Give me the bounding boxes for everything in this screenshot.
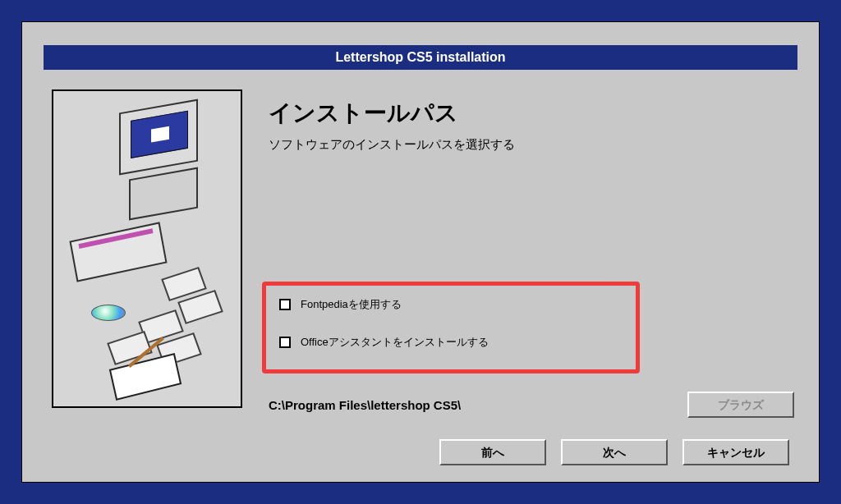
- titlebar-text: Lettershop CS5 installation: [335, 50, 505, 64]
- printer-icon: [69, 222, 167, 282]
- cancel-button[interactable]: キャンセル: [682, 439, 789, 465]
- page-subheading: ソフトウェアのインストールパスを選択する: [269, 137, 794, 153]
- checkbox-icon[interactable]: [279, 299, 291, 310]
- cd-icon: [91, 305, 126, 321]
- option-office-assistant[interactable]: Officeアシスタントをインストールする: [279, 335, 623, 350]
- sidebar-illustration: [52, 89, 242, 408]
- wizard-button-bar: 前へ 次へ キャンセル: [439, 439, 789, 465]
- monitor-icon: [119, 99, 198, 176]
- option-office-assistant-label: Officeアシスタントをインストールする: [301, 335, 489, 350]
- monitor-window-icon: [151, 126, 169, 143]
- back-button[interactable]: 前へ: [439, 439, 546, 465]
- monitor-screen-icon: [131, 111, 188, 158]
- install-path-row: C:\Program Files\lettershop CS5\ ブラウズ: [269, 392, 794, 418]
- option-fontpedia[interactable]: Fontpediaを使用する: [279, 297, 623, 312]
- option-fontpedia-label: Fontpediaを使用する: [301, 297, 402, 312]
- printer-stripe-icon: [78, 228, 153, 249]
- titlebar: Lettershop CS5 installation: [44, 45, 797, 70]
- pc-base-icon: [129, 167, 198, 221]
- content-area: インストールパス ソフトウェアのインストールパスを選択する: [269, 98, 794, 177]
- page-heading: インストールパス: [269, 98, 794, 129]
- checkbox-icon[interactable]: [279, 337, 291, 348]
- installer-window: Lettershop CS5 installation: [21, 21, 820, 483]
- viewport-background: Lettershop CS5 installation: [0, 0, 841, 504]
- installer-art: [53, 91, 241, 406]
- options-highlight-box: Fontpediaを使用する Officeアシスタントをインストールする: [262, 282, 640, 373]
- install-path-value: C:\Program Files\lettershop CS5\: [269, 398, 461, 412]
- next-button[interactable]: 次へ: [561, 439, 668, 465]
- browse-button[interactable]: ブラウズ: [687, 392, 794, 418]
